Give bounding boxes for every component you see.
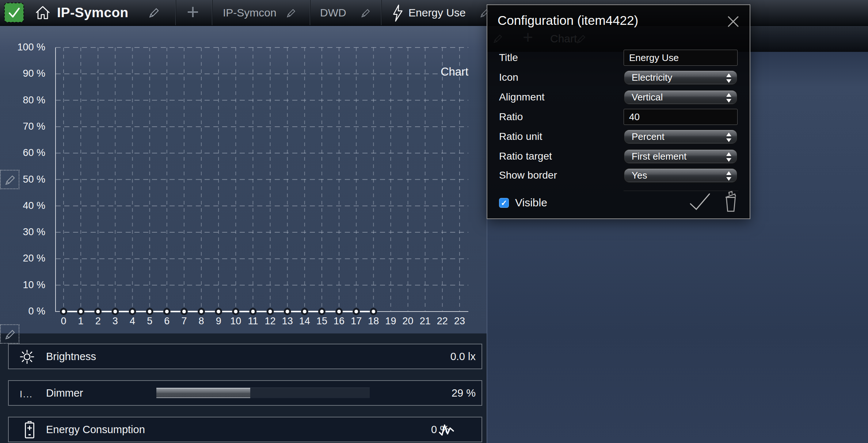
icon-select[interactable]: Electricity [624,70,738,85]
field-label-ratio: Ratio [499,111,523,123]
field-label-show-border: Show border [499,169,557,181]
x-axis-tick-label: 21 [415,316,435,327]
x-axis-tick-label: 16 [329,316,349,327]
tab-separator [381,0,381,25]
confirm-icon[interactable] [689,193,711,213]
x-axis-tick-label: 13 [278,316,297,327]
brightness-value: 0.0 lx [450,344,476,368]
tab-energy-use[interactable]: Energy Use [408,0,466,25]
ratio-target-select-value: First element [632,151,686,162]
up-down-arrows-icon [726,171,732,181]
sun-icon [18,348,36,367]
close-icon[interactable] [727,15,739,28]
history-chart-icon[interactable] [438,423,456,439]
x-axis-tick-label: 9 [209,316,228,327]
y-axis-tick-label: 10 % [7,279,45,291]
x-axis-tick-label: 1 [71,316,91,327]
x-axis-tick-label: 0 [54,316,73,327]
y-axis-tick-label: 40 % [7,200,45,211]
y-axis-tick-label: 30 % [7,226,45,238]
field-label-ratio-unit: Ratio unit [499,131,542,142]
field-label-icon: Icon [499,72,518,83]
dimmer-value: 29 % [452,381,476,405]
energy-row: Energy Consumption 0 % [8,417,482,442]
x-axis-tick-label: 15 [312,316,332,327]
field-label-ratio-target: Ratio target [499,150,552,162]
brightness-row: Brightness 0.0 lx [8,344,482,369]
x-axis-tick-label: 11 [243,316,263,327]
rows-edit-handle[interactable] [0,324,19,344]
x-axis-tick-label: 7 [174,316,194,327]
visible-label: Visible [515,196,547,209]
home-icon[interactable] [34,4,51,23]
show-border-select-value: Yes [632,170,647,181]
row-label: Energy Consumption [46,417,145,442]
x-axis-tick-label: 6 [157,316,177,327]
tab-separator [310,0,310,25]
check-icon: ✓ [501,199,507,207]
check-icon [7,5,22,20]
y-axis-tick-label: 0 % [7,306,45,317]
x-axis-tick-label: 17 [346,316,366,327]
tab-ip-symcon[interactable]: IP-Symcon [223,0,277,25]
lightning-icon [391,4,405,23]
y-axis-tick-label: 100 % [7,42,45,53]
field-label-alignment: Alignment [499,91,545,103]
up-down-arrows-icon [726,133,732,142]
up-down-arrows-icon [726,93,732,103]
chart-edit-handle[interactable] [0,170,19,189]
y-axis-tick-label: 70 % [7,121,45,132]
dimmer-slider-fill [156,388,250,398]
x-axis-tick-label: 2 [88,316,108,327]
x-axis-tick-label: 8 [191,316,211,327]
x-axis-tick-label: 23 [450,316,469,327]
dimmer-icon: I... [20,389,33,400]
alignment-select[interactable]: Vertical [624,90,738,105]
x-axis-tick-label: 22 [433,316,452,327]
x-axis-tick-label: 14 [295,316,315,327]
chart-plot: Chart 0 %10 %20 %30 %40 %50 %60 %70 %80 … [0,26,487,333]
configuration-dialog: Configuration (item4422) Title Icon Elec… [487,4,750,219]
approve-button[interactable] [4,3,24,22]
alignment-select-value: Vertical [632,92,663,103]
edit-tab-icon[interactable] [360,8,371,20]
chart-title: Chart [423,65,468,79]
edit-tab-icon[interactable] [286,8,297,20]
y-axis-tick-label: 20 % [7,253,45,264]
ratio-target-select[interactable]: First element [624,149,738,164]
page-title: IP-Symcon [57,0,129,25]
row-label: Brightness [46,344,96,368]
row-label: Dimmer [46,381,83,405]
add-tab-button[interactable]: + [184,0,202,25]
edit-page-title-icon[interactable] [148,7,160,20]
x-axis-tick-label: 19 [381,316,400,327]
icon-select-value: Electricity [632,72,672,83]
x-axis-tick-label: 12 [260,316,280,327]
tab-separator [175,0,176,25]
field-label-title: Title [499,52,518,64]
dimmer-row: I... Dimmer 29 % [8,380,482,406]
x-axis-tick-label: 10 [226,316,245,327]
show-border-select[interactable]: Yes [624,168,738,183]
battery-icon [24,421,35,440]
up-down-arrows-icon [726,152,732,162]
x-axis-tick-label: 18 [363,316,383,327]
pencil-icon [4,174,16,186]
dialog-separator [624,191,738,191]
tab-separator [212,0,212,25]
x-axis-tick-label: 4 [123,316,142,327]
chart-canvas [0,26,487,333]
title-field[interactable] [624,50,738,66]
up-down-arrows-icon [726,73,732,83]
x-axis-tick-label: 20 [398,316,418,327]
visible-checkbox[interactable]: ✓ [499,198,509,208]
x-axis-tick-label: 3 [105,316,125,327]
ratio-unit-select[interactable]: Percent [624,129,738,144]
y-axis-tick-label: 80 % [7,95,45,106]
delete-trash-icon[interactable] [723,191,739,214]
x-axis-tick-label: 5 [140,316,160,327]
tab-dwd[interactable]: DWD [320,0,346,25]
y-axis-tick-label: 90 % [7,68,45,79]
ratio-field[interactable] [624,109,738,125]
dimmer-slider[interactable] [156,388,370,398]
